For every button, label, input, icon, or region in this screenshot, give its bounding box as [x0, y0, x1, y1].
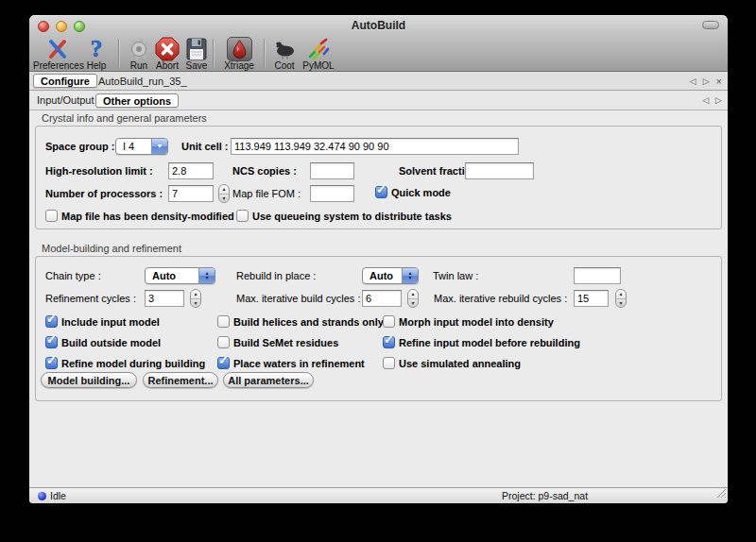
chain-type-label: Chain type : — [45, 267, 101, 284]
refinement-cycles-label: Refinement cycles : — [45, 290, 136, 307]
include-input-model-label: Include input model — [61, 314, 160, 330]
tab-autobuild-run[interactable]: AutoBuild_run_35_ — [98, 75, 187, 89]
space-group-label: Space group : — [45, 138, 114, 155]
high-res-label: High-resolution limit : — [45, 162, 153, 179]
quick-mode-checkbox[interactable]: ✓ — [375, 186, 387, 198]
queueing-checkbox[interactable]: ✓ — [236, 210, 249, 222]
toolbar: Preferences ? Help — [29, 36, 728, 72]
xtriage-button[interactable]: Xtriage — [218, 37, 260, 71]
xtriage-icon — [218, 37, 260, 61]
sub-tab-bar: Input/Output Other options ◁ ▷ — [29, 91, 728, 110]
save-button[interactable]: Save — [178, 37, 215, 71]
status-text: Idle — [50, 490, 66, 501]
preferences-icon — [33, 37, 82, 61]
status-bar: Idle Project: p9-sad_nat — [29, 487, 728, 503]
pymol-button[interactable]: PyMOL — [299, 37, 338, 71]
build-outside-model-checkbox[interactable]: ✓ — [45, 336, 58, 348]
checkmark-icon: ✓ — [376, 182, 387, 196]
save-icon — [178, 37, 215, 61]
ncs-copies-label: NCS copies : — [232, 162, 297, 179]
space-group-select[interactable]: I 4 ▼ — [115, 138, 168, 155]
include-input-model-checkbox[interactable]: ✓ — [45, 315, 58, 328]
subtab-prev-icon[interactable]: ◁ — [702, 95, 709, 105]
max-build-cycles-label: Max. iterative build cycles : — [236, 290, 360, 307]
popup-arrows-icon: ▴▾ — [402, 268, 418, 283]
max-build-cycles-stepper[interactable]: ▴▾ — [407, 289, 419, 308]
density-modified-label: Map file has been density-modified — [61, 209, 234, 224]
crystal-group-title: Crystal info and general parameters — [42, 112, 207, 124]
rebuild-in-place-label: Rebuild in place : — [236, 267, 316, 284]
max-rebuild-cycles-label: Max. iterative rebuild cycles : — [434, 290, 567, 307]
project-label: Project: p9-sad_nat — [502, 490, 588, 501]
num-processors-stepper[interactable]: ▴▾ — [218, 184, 230, 203]
tab-other-options[interactable]: Other options — [95, 93, 179, 108]
num-processors-label: Number of processors : — [45, 185, 163, 202]
title-bar[interactable]: AutoBuild — [29, 15, 728, 36]
refine-during-building-label: Refine model during building — [61, 356, 205, 371]
tab-prev-icon[interactable]: ◁ — [690, 76, 696, 86]
density-modified-checkbox[interactable]: ✓ — [45, 210, 58, 222]
map-fom-input[interactable] — [310, 185, 354, 202]
build-semet-label: Build SeMet residues — [233, 335, 338, 350]
preferences-button[interactable]: Preferences — [33, 37, 82, 71]
window-header: AutoBuild Preferences ? — [29, 15, 728, 72]
max-rebuild-cycles-input[interactable] — [574, 290, 609, 307]
resize-grip[interactable] — [714, 485, 727, 502]
tab-next-icon[interactable]: ▷ — [703, 76, 710, 86]
refinement-button[interactable]: Refinement... — [143, 372, 218, 388]
coot-button[interactable]: Coot — [267, 37, 301, 71]
refinement-cycles-input[interactable] — [145, 290, 184, 307]
tab-configure[interactable]: Configure — [33, 74, 97, 88]
solvent-fraction-input[interactable] — [465, 162, 534, 179]
unit-cell-label: Unit cell : — [181, 138, 229, 155]
max-rebuild-cycles-stepper[interactable]: ▴▾ — [615, 289, 627, 308]
simulated-annealing-checkbox[interactable]: ✓ — [383, 357, 395, 369]
place-waters-label: Place waters in refinement — [233, 356, 365, 371]
options-panel: Crystal info and general parameters Spac… — [29, 110, 728, 487]
twin-law-input[interactable] — [574, 267, 621, 284]
map-fom-label: Map file FOM : — [232, 185, 301, 202]
model-group-title: Model-building and refinement — [42, 243, 181, 254]
build-outside-model-label: Build outside model — [61, 335, 161, 350]
ncs-copies-input[interactable] — [310, 162, 354, 179]
queueing-label: Use queueing system to distribute tasks — [252, 209, 452, 224]
num-processors-input[interactable] — [168, 185, 214, 202]
build-semet-checkbox[interactable]: ✓ — [217, 336, 230, 348]
toolbar-separator — [213, 39, 214, 68]
refine-during-building-checkbox[interactable]: ✓ — [45, 357, 58, 369]
chain-type-select[interactable]: Auto ▴▾ — [145, 267, 215, 284]
morph-input-model-checkbox[interactable]: ✓ — [383, 315, 395, 328]
all-parameters-button[interactable]: All parameters... — [223, 372, 314, 388]
autobuild-window: AutoBuild Preferences ? — [29, 15, 728, 503]
toolbar-toggle-button[interactable] — [702, 21, 719, 29]
status-indicator-icon — [38, 492, 46, 500]
tab-close-icon[interactable]: × — [716, 76, 722, 87]
high-res-input[interactable] — [168, 162, 214, 179]
place-waters-checkbox[interactable]: ✓ — [217, 357, 230, 369]
toolbar-separator — [118, 39, 119, 68]
tab-input-output[interactable]: Input/Output — [37, 93, 94, 108]
dropdown-arrow-icon: ▼ — [151, 139, 167, 154]
refine-before-rebuilding-label: Refine input model before rebuilding — [399, 335, 580, 350]
help-button[interactable]: ? Help — [77, 37, 115, 71]
build-helices-checkbox[interactable]: ✓ — [217, 315, 230, 328]
svg-text:?: ? — [91, 37, 103, 61]
pymol-icon — [299, 37, 338, 61]
help-icon: ? — [77, 37, 115, 61]
quick-mode-label: Quick mode — [391, 185, 451, 200]
build-helices-label: Build helices and strands only — [233, 314, 384, 330]
subtab-next-icon[interactable]: ▷ — [715, 95, 722, 105]
toolbar-separator — [264, 39, 265, 68]
morph-input-model-label: Morph input model into density — [399, 314, 554, 330]
model-building-button[interactable]: Model building... — [41, 372, 137, 388]
unit-cell-input[interactable] — [231, 138, 519, 155]
coot-icon — [267, 37, 301, 61]
rebuild-in-place-select[interactable]: Auto ▴▾ — [362, 267, 419, 284]
refine-before-rebuilding-checkbox[interactable]: ✓ — [383, 336, 395, 348]
document-tab-bar: Configure AutoBuild_run_35_ ◁ ▷ × — [29, 72, 728, 91]
max-build-cycles-input[interactable] — [362, 290, 402, 307]
simulated-annealing-label: Use simulated annealing — [399, 356, 521, 371]
popup-arrows-icon: ▴▾ — [198, 268, 215, 283]
twin-law-label: Twin law : — [433, 267, 478, 284]
refinement-cycles-stepper[interactable]: ▴▾ — [190, 289, 201, 308]
